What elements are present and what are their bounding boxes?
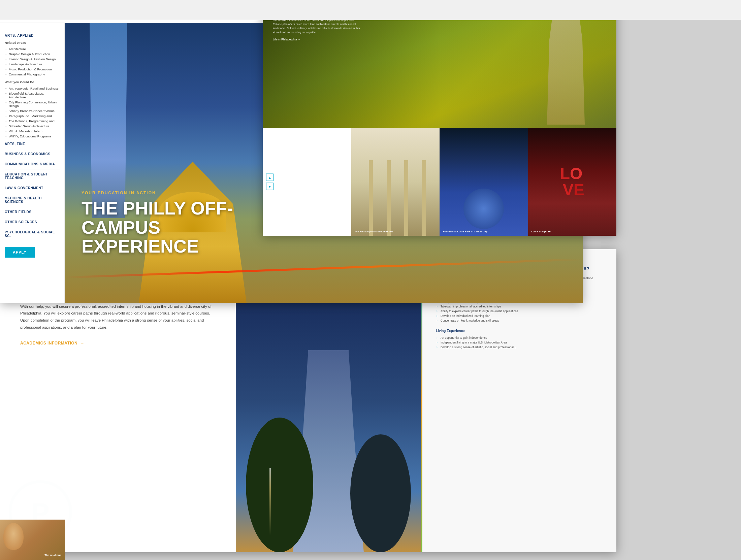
grid-img-art: The Philadelphia Museum of Art (351, 128, 440, 236)
grid-caption-art: The Philadelphia Museum of Art (355, 230, 393, 233)
sidebar-item-other-fields[interactable]: OTHER FIELDS (5, 207, 60, 217)
tree-left (246, 418, 313, 552)
list-item[interactable]: Commercial Photography (5, 72, 60, 77)
page2-link[interactable]: Life in Philadelphia → (273, 38, 367, 41)
academics-info-label: Academics Information (20, 341, 77, 345)
grid-caption-love: LOVE Sculpture (531, 230, 551, 233)
list-item[interactable]: Interior Design & Fashion Design (5, 57, 60, 62)
hero-text: YOUR EDUCATION IN ACTION THE PHILLY OFF-… (82, 191, 277, 256)
list-item[interactable]: Schrader Group Architecture... (5, 124, 60, 129)
living-experience-title: Living Experience (436, 329, 603, 333)
sidebar-item-law[interactable]: LAW & GOVERNMENT (5, 183, 60, 193)
list-item: Concentrate on key knowledge and skill a… (436, 318, 603, 323)
sidebar-item-arts-fine[interactable]: ARTS, FINE (5, 139, 60, 149)
sidebar-item-business[interactable]: BUSINESS & ECONOMICS (5, 149, 60, 159)
list-item: Ability to explore career paths through … (436, 309, 603, 314)
what-you-could-do-label: What you Could Do (5, 80, 60, 84)
related-areas-list: Architecture Graphic Design & Production… (5, 46, 60, 77)
sidebar-item-other-sciences[interactable]: OTHER SCIENCES (5, 217, 60, 227)
sidebar-item-medicine[interactable]: MEDICINE & HEALTH SCIENCES (5, 193, 60, 207)
list-item: Develop an individualized learning plan (436, 314, 603, 318)
living-experience-section: Living Experience An opportunity to gain… (436, 329, 603, 350)
list-item[interactable]: Graphic Design & Production (5, 52, 60, 57)
sidebar-item-communications[interactable]: COMMUNICATIONS & MEDIA (5, 159, 60, 169)
browser-chrome (0, 0, 741, 20)
grid-nav: ▲ ▼ (266, 174, 273, 190)
profile-caption: The relations (44, 554, 61, 557)
grid-nav-down[interactable]: ▼ (266, 183, 273, 190)
list-item: An opportunity to gain independence (436, 335, 603, 340)
list-item[interactable]: Paragraph Inc., Marketing and... (5, 113, 60, 119)
page-living-philadelphia: LIVING IN PHILADELPHIA Famous as the bir… (263, 0, 616, 236)
related-areas-label: Related Areas (5, 41, 60, 44)
academics-info-link[interactable]: Academics Information → (20, 341, 216, 345)
list-item[interactable]: VILLA, Marketing Intern (5, 129, 60, 134)
academics-info-arrow: → (80, 341, 85, 345)
sidebar: ARTS, APPLIED Related Areas Architecture… (0, 23, 65, 303)
grid-img-fountain: Fountain at LOVE Park in Center City (440, 128, 528, 236)
list-item: Independent living in a major U.S. Metro… (436, 340, 603, 345)
living-experience-list: An opportunity to gain independence Inde… (436, 335, 603, 350)
grid-caption-fountain: Fountain at LOVE Park in Center City (443, 230, 487, 233)
sidebar-top-category[interactable]: ARTS, APPLIED (5, 34, 60, 37)
list-item: Develop a strong sense of artistic, soci… (436, 345, 603, 350)
list-item[interactable]: Johnny Brenda's Concert Venue (5, 108, 60, 113)
list-item: Take part in professional, accredited in… (436, 304, 603, 309)
list-item[interactable]: Music Production & Promotion (5, 67, 60, 72)
hero-subtitle: YOUR EDUCATION IN ACTION (82, 191, 277, 195)
list-item[interactable]: The Rotunda, Programming and... (5, 119, 60, 124)
list-item[interactable]: Anthropologie, Retail and Business (5, 86, 60, 91)
list-item[interactable]: Bloomfield & Associates, Architecture (5, 91, 60, 100)
sidebar-item-psychological[interactable]: PSYCHOLOGICAL & SOCIAL SC. (5, 227, 60, 241)
grid-img-love: LOVE LOVE Sculpture (528, 128, 617, 236)
grid-nav-up[interactable]: ▲ (266, 174, 273, 181)
list-item[interactable]: WHYY, Educational Programs (5, 134, 60, 139)
page2-grid: ▲ ▼ The Philadelphia Museum of Art Fount… (263, 128, 616, 236)
apply-button[interactable]: APPLY (5, 247, 35, 258)
list-item[interactable]: City Planning Commission, Urban Design (5, 100, 60, 108)
page2-body: Famous as the birthplace of life, libert… (273, 18, 367, 34)
list-item[interactable]: Architecture (5, 46, 60, 52)
what-you-could-do-list: Anthropologie, Retail and Business Bloom… (5, 86, 60, 139)
hero-title: THE PHILLY OFF-CAMPUS EXPERIENCE (82, 199, 277, 256)
sidebar-item-education[interactable]: EDUCATION & STUDENT TEACHING (5, 169, 60, 183)
profile-thumbnail: The relations (0, 520, 65, 560)
list-item[interactable]: Landscape Architecture (5, 62, 60, 67)
